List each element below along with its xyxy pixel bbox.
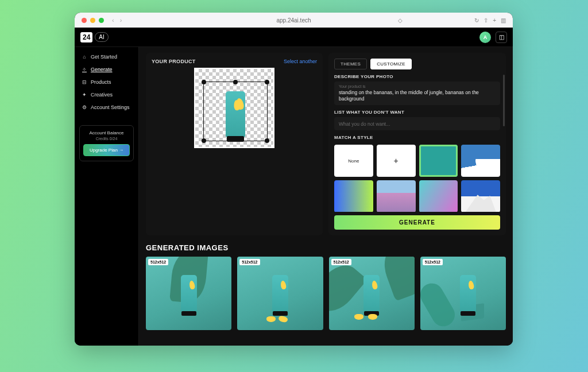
describe-hint: Your product is [339, 84, 496, 88]
sidebar-item-label: Creatives [91, 92, 113, 98]
sparkle-icon: ✦ [82, 92, 87, 98]
logo-primary: 24 [80, 32, 92, 42]
balance-box: Account Balance Credits 0/24 Upgrade Pla… [79, 125, 134, 161]
browser-window: ‹ › ◇ app.24ai.tech ↻ ⇧ + ▥ 24 AI A ◫ ⌂ … [75, 13, 513, 346]
balance-credits: Credits 0/24 [83, 137, 130, 141]
tube-render [363, 275, 380, 312]
selection-box[interactable] [203, 82, 268, 141]
avatar[interactable]: A [479, 32, 491, 43]
generated-section: GENERATED IMAGES 512x512 512x512 51 [146, 243, 506, 330]
panel-toggle-icon[interactable]: ◫ [496, 32, 507, 43]
sidebar-item-account-settings[interactable]: ⚙ Account Settings [79, 102, 134, 113]
upgrade-plan-button[interactable]: Upgrade Plan → [83, 144, 130, 156]
generated-title: GENERATED IMAGES [146, 243, 506, 252]
tabs-icon[interactable]: ▥ [501, 17, 506, 24]
style-mountain[interactable] [461, 180, 500, 212]
style-add[interactable]: + [377, 145, 416, 177]
gear-icon: ⚙ [82, 104, 87, 110]
generated-image[interactable]: 512x512 [329, 257, 415, 330]
app-logo[interactable]: 24 AI [80, 32, 109, 42]
home-icon: ⌂ [82, 54, 87, 60]
match-style-label: MATCH A STYLE [334, 135, 500, 140]
tube-render [181, 275, 197, 312]
window-close[interactable] [82, 18, 87, 23]
style-milk-splash[interactable] [461, 145, 500, 177]
sidebar-item-label: Generate [91, 67, 113, 72]
leaf-decor [420, 279, 459, 330]
customize-panel: THEMES CUSTOMIZE DESCRIBE YOUR PHOTO You… [328, 53, 506, 235]
describe-label: DESCRIBE YOUR PHOTO [334, 74, 500, 79]
style-none[interactable]: None [334, 145, 373, 177]
tab-customize[interactable]: CUSTOMIZE [370, 59, 412, 69]
style-flower-field[interactable] [377, 180, 416, 212]
describe-input[interactable]: Your product is standing on the bananas,… [334, 82, 500, 105]
app-header: 24 AI A ◫ [75, 28, 513, 47]
share-icon[interactable]: ⇧ [483, 17, 488, 24]
sidebar-item-generate[interactable]: ✧ Generate [79, 64, 134, 75]
banana-decor [235, 98, 245, 110]
leaf-decor [378, 257, 415, 301]
banana-decor [368, 314, 377, 320]
sidebar-item-label: Get Started [91, 54, 117, 60]
generated-image[interactable]: 512x512 [237, 257, 323, 330]
resize-handle[interactable] [233, 80, 238, 84]
leaf-decor [329, 257, 368, 319]
size-badge: 512x512 [239, 259, 260, 265]
url-display[interactable]: app.24ai.tech [276, 17, 311, 24]
sidebar-item-label: Products [91, 79, 111, 85]
generated-image[interactable]: 512x512 [146, 257, 231, 330]
browser-titlebar: ‹ › ◇ app.24ai.tech ↻ ⇧ + ▥ [75, 13, 513, 28]
sidebar-item-get-started[interactable]: ⌂ Get Started [79, 52, 134, 62]
exclude-label: LIST WHAT YOU DON'T WANT [334, 110, 500, 115]
resize-handle[interactable] [265, 80, 269, 84]
sidebar: ⌂ Get Started ✧ Generate ⊟ Products ✦ Cr… [75, 47, 139, 346]
privacy-shield-icon[interactable]: ◇ [398, 17, 403, 24]
reader-icon[interactable]: ↻ [474, 17, 479, 24]
sidebar-item-label: Account Settings [91, 104, 130, 110]
sidebar-item-products[interactable]: ⊟ Products [79, 77, 134, 87]
size-badge: 512x512 [423, 259, 443, 265]
window-minimize[interactable] [90, 18, 95, 23]
resize-handle[interactable] [202, 138, 206, 143]
nav-back-icon[interactable]: ‹ [112, 17, 114, 24]
new-tab-icon[interactable]: + [493, 17, 496, 24]
banana-decor [188, 280, 195, 289]
resize-handle[interactable] [265, 138, 269, 143]
resize-handle[interactable] [202, 80, 206, 84]
box-icon: ⊟ [82, 79, 87, 85]
tube-render [272, 275, 288, 312]
tube-render [460, 275, 476, 312]
product-canvas[interactable] [194, 68, 274, 148]
exclude-placeholder[interactable]: What you do not want... [339, 121, 496, 127]
window-zoom[interactable] [99, 18, 104, 23]
product-panel: YOUR PRODUCT Select another [146, 53, 323, 235]
banana-decor [468, 280, 474, 289]
exclude-input[interactable]: What you do not want... [334, 117, 500, 130]
generate-button[interactable]: GENERATE [334, 215, 500, 230]
banana-decor [372, 280, 378, 289]
size-badge: 512x512 [331, 259, 351, 265]
style-blue-yellow-gradient[interactable] [334, 180, 373, 212]
balance-title: Account Balance [83, 130, 130, 135]
logo-secondary: AI [95, 32, 108, 42]
banana-decor [354, 314, 363, 320]
banana-decor [278, 315, 288, 323]
describe-value[interactable]: standing on the bananas, in the middle o… [339, 90, 496, 102]
sidebar-item-creatives[interactable]: ✦ Creatives [79, 90, 134, 100]
tab-themes[interactable]: THEMES [334, 59, 367, 69]
scrollbar[interactable] [503, 75, 505, 126]
size-badge: 512x512 [148, 259, 168, 265]
nav-forward-icon[interactable]: › [120, 17, 122, 24]
banana-decor [280, 280, 287, 289]
style-teal-pink-gradient[interactable] [419, 180, 458, 212]
main-content: YOUR PRODUCT Select another [139, 47, 513, 346]
generated-image[interactable]: 512x512 [420, 257, 506, 330]
wand-icon: ✧ [82, 67, 87, 72]
product-panel-title: YOUR PRODUCT [152, 59, 196, 64]
banana-decor [266, 316, 276, 322]
product-image[interactable] [226, 91, 245, 137]
select-another-link[interactable]: Select another [284, 59, 317, 64]
style-teal-selected[interactable] [419, 145, 458, 177]
